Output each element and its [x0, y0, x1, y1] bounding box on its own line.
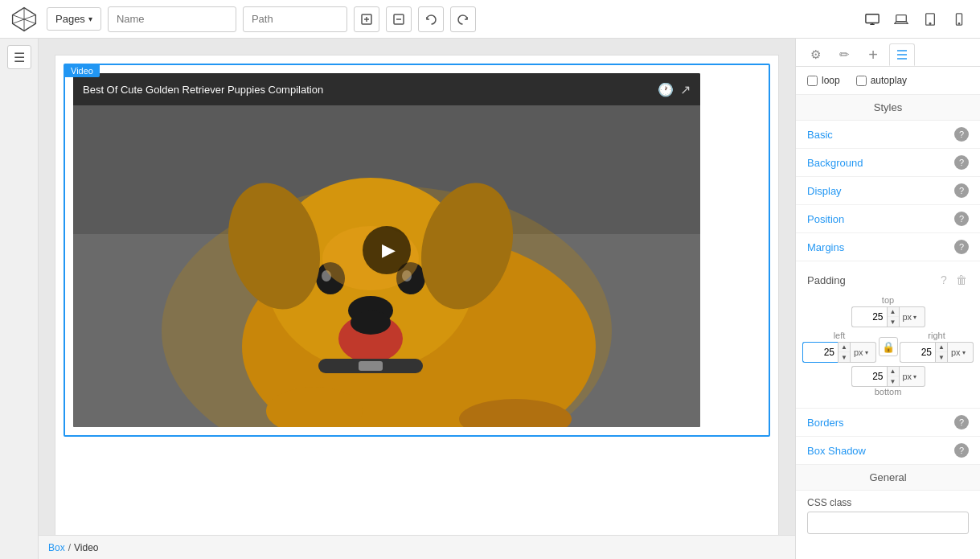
logo — [8, 3, 40, 35]
padding-right-unit[interactable]: px ▾ — [948, 342, 974, 363]
style-box-shadow[interactable]: Box Shadow ? — [796, 437, 980, 465]
path-input[interactable] — [243, 6, 347, 32]
padding-left-group: left ▲ ▼ px ▾ — [802, 331, 876, 363]
svg-rect-12 — [896, 14, 907, 21]
video-widget[interactable]: Video — [64, 64, 770, 437]
padding-left-up[interactable]: ▲ — [839, 343, 850, 352]
padding-left-spinner: ▲ ▼ — [838, 342, 851, 363]
tab-add[interactable]: + — [860, 43, 886, 66]
borders-help-icon[interactable]: ? — [954, 415, 969, 430]
padding-label: Padding — [807, 274, 846, 286]
main-layout: ☰ Video — [0, 39, 980, 559]
padding-top-spinner: ▲ ▼ — [887, 306, 900, 327]
style-margins[interactable]: Margins ? — [796, 233, 980, 261]
svg-rect-9 — [866, 14, 879, 23]
padding-bottom-up[interactable]: ▲ — [888, 367, 899, 376]
padding-top-down[interactable]: ▼ — [888, 317, 899, 327]
loop-checkbox[interactable] — [807, 76, 818, 86]
padding-right-spinner: ▲ ▼ — [935, 342, 948, 363]
padding-top-row: top ▲ ▼ px ▾ — [802, 295, 974, 327]
css-class-input[interactable] — [807, 512, 969, 534]
mobile-button[interactable] — [946, 6, 972, 32]
padding-left-unit[interactable]: px ▾ — [851, 342, 876, 363]
video-thumbnail: Best Of Cute Golden Retriever Puppies Co… — [73, 73, 700, 427]
style-position[interactable]: Position ? — [796, 205, 980, 233]
basic-help-icon[interactable]: ? — [954, 127, 969, 142]
padding-bottom-down[interactable]: ▼ — [888, 376, 899, 386]
watch-later-icon: 🕐 — [658, 82, 674, 97]
box-shadow-help-icon[interactable]: ? — [954, 443, 969, 458]
right-panel-tabs: ⚙ ✏ + — [796, 39, 980, 67]
tablet-button[interactable] — [917, 6, 943, 32]
canvas-area: Video — [39, 39, 795, 559]
canvas-content: Video — [55, 55, 779, 537]
padding-delete-icon[interactable]: 🗑 — [954, 273, 969, 287]
left-panel: ☰ — [0, 39, 39, 559]
pages-button[interactable]: Pages ▾ — [47, 7, 101, 31]
svg-point-16 — [958, 23, 959, 23]
padding-right-input[interactable] — [900, 342, 935, 363]
padding-bottom-label: bottom — [875, 387, 902, 397]
padding-bottom-input[interactable] — [851, 366, 887, 387]
device-buttons — [859, 6, 972, 32]
padding-right-up[interactable]: ▲ — [936, 343, 947, 352]
name-input[interactable] — [108, 6, 236, 32]
tab-list[interactable] — [889, 43, 915, 66]
redo-button[interactable] — [450, 6, 476, 32]
video-title-bar: Best Of Cute Golden Retriever Puppies Co… — [73, 73, 700, 105]
breadcrumb-separator: / — [68, 542, 71, 553]
padding-lock-button[interactable]: 🔒 — [879, 337, 898, 356]
autoplay-checkbox[interactable] — [856, 76, 867, 86]
padding-icons: ? 🗑 — [937, 273, 969, 287]
padding-bottom-row: ▲ ▼ px ▾ bottom — [802, 366, 974, 398]
desktop-button[interactable] — [859, 6, 885, 32]
share-icon: ↗ — [680, 82, 691, 97]
style-basic[interactable]: Basic ? — [796, 121, 980, 149]
import-button[interactable] — [386, 6, 412, 32]
breadcrumb-current: Video — [74, 542, 98, 553]
checkbox-row: loop autoplay — [796, 67, 980, 95]
breadcrumb-parent[interactable]: Box — [48, 542, 65, 553]
general-section: CSS class — [796, 491, 980, 541]
video-title-text: Best Of Cute Golden Retriever Puppies Co… — [83, 84, 651, 96]
padding-bottom-unit[interactable]: px ▾ — [900, 366, 925, 387]
styles-header: Styles — [796, 95, 980, 121]
padding-left-label: left — [834, 331, 846, 340]
undo-button[interactable] — [418, 6, 444, 32]
margins-help-icon[interactable]: ? — [954, 240, 969, 254]
sidebar-toggle-button[interactable]: ☰ — [7, 45, 31, 69]
style-display[interactable]: Display ? — [796, 177, 980, 205]
padding-left-field: ▲ ▼ px ▾ — [802, 342, 876, 363]
export-button[interactable] — [354, 6, 379, 32]
padding-top-field: ▲ ▼ px ▾ — [851, 306, 925, 327]
padding-right-label: right — [928, 331, 945, 340]
loop-label: loop — [822, 75, 840, 86]
tab-settings[interactable]: ⚙ — [802, 43, 828, 66]
padding-fields: top ▲ ▼ px ▾ — [796, 292, 980, 401]
padding-top-unit[interactable]: px ▾ — [900, 306, 925, 327]
padding-right-group: right ▲ ▼ px ▾ — [900, 331, 974, 363]
padding-help-icon[interactable]: ? — [937, 273, 951, 287]
padding-bottom-field: ▲ ▼ px ▾ — [851, 366, 925, 387]
loop-checkbox-item: loop — [807, 75, 840, 86]
style-background[interactable]: Background ? — [796, 149, 980, 177]
padding-top-up[interactable]: ▲ — [888, 307, 899, 317]
padding-top-input[interactable] — [851, 306, 887, 327]
background-help-icon[interactable]: ? — [954, 155, 969, 170]
video-widget-label: Video — [64, 64, 100, 77]
play-button[interactable]: ▶ — [363, 226, 411, 274]
right-panel: ⚙ ✏ + loop autoplay Styles — [795, 39, 980, 559]
top-bar: Pages ▾ — [0, 0, 980, 39]
style-borders[interactable]: Borders ? — [796, 409, 980, 437]
css-class-label: CSS class — [807, 497, 969, 508]
display-help-icon[interactable]: ? — [954, 183, 969, 198]
padding-header: Padding ? 🗑 — [796, 268, 980, 292]
position-help-icon[interactable]: ? — [954, 212, 969, 226]
padding-left-input[interactable] — [802, 342, 838, 363]
svg-point-14 — [929, 23, 931, 24]
general-header: General — [796, 465, 980, 491]
padding-left-down[interactable]: ▼ — [839, 352, 850, 362]
laptop-button[interactable] — [888, 6, 914, 32]
tab-style[interactable]: ✏ — [831, 43, 857, 66]
padding-right-down[interactable]: ▼ — [936, 352, 947, 362]
